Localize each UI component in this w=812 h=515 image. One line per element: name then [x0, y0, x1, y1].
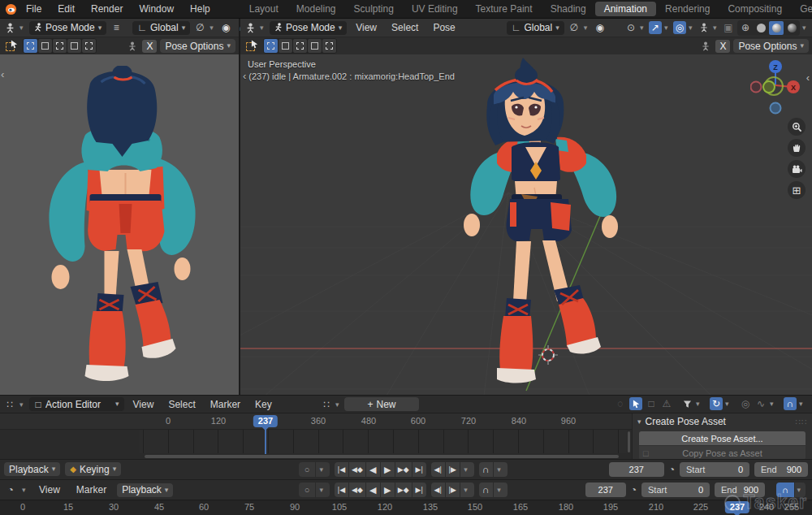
snap-mode-icon[interactable]: ↻	[710, 397, 723, 410]
menu-select[interactable]: Select	[386, 20, 424, 35]
proportional-edit-icon[interactable]: ∩	[784, 397, 797, 410]
select-invert-button[interactable]	[308, 39, 322, 53]
action-browse-icon[interactable]: ∷	[320, 398, 333, 411]
tab-geometry-nodes[interactable]: Geometry Nodes	[791, 2, 812, 16]
current-frame-field[interactable]: 237	[585, 483, 626, 497]
snap-caret[interactable]: ▾	[584, 24, 590, 32]
handle-type-caret[interactable]: ▾	[770, 400, 776, 408]
auto-keying-button[interactable]: ○	[299, 462, 315, 477]
snap-mode-caret[interactable]: ▾	[725, 400, 732, 408]
tab-rendering[interactable]: Rendering	[656, 2, 719, 16]
horizontal-scrollbar[interactable]	[145, 455, 619, 458]
dopesheet-editor-icon[interactable]: ∷	[3, 398, 16, 411]
gizmo-z-neg-axis[interactable]	[771, 103, 781, 114]
viewport-right-canvas[interactable]: User Perspective ‹ (237) idle | Armature…	[240, 54, 812, 395]
orientation-dropdown[interactable]: ∟ Global ▾	[507, 21, 564, 35]
tweak-tool-button[interactable]	[3, 38, 19, 54]
tab-animation[interactable]: Animation	[595, 2, 656, 16]
pose-visibility-caret[interactable]: ▾	[713, 24, 719, 32]
timeline-editor-icon[interactable]: ◔	[4, 483, 17, 496]
gizmos-icon[interactable]: ↗	[649, 21, 662, 34]
select-extend-button[interactable]	[279, 39, 292, 53]
tab-shading[interactable]: Shading	[542, 2, 595, 16]
next-frame-button[interactable]: |▶	[446, 462, 460, 477]
shading-caret[interactable]: ▾	[802, 24, 809, 32]
loop-icon[interactable]: ∩	[479, 462, 493, 477]
jump-to-end-button[interactable]: ▶|	[412, 462, 426, 477]
active-object-name[interactable]: X	[142, 40, 157, 53]
menu-file[interactable]: File	[19, 2, 49, 16]
select-extend-button[interactable]	[38, 39, 52, 53]
previous-keyframe-button[interactable]: ◀◆	[349, 462, 365, 477]
jump-to-end-button[interactable]: ▶|	[412, 483, 426, 497]
current-frame-badge[interactable]: 237	[253, 415, 278, 427]
select-intersect-button[interactable]	[82, 39, 96, 53]
timeline-ruler[interactable]: 0 15 30 45 60 75 90 105 120 135 150 165 …	[0, 500, 812, 515]
visibility-icon[interactable]: ⊙	[624, 21, 637, 34]
character-back-view[interactable]	[34, 66, 217, 391]
handle-type-icon[interactable]: ∿	[754, 397, 767, 410]
editor-type-caret[interactable]: ▾	[19, 24, 26, 32]
frame-start-field[interactable]: Start0	[680, 462, 749, 477]
tab-sculpting[interactable]: Sculpting	[345, 2, 403, 16]
ghost-icon[interactable]: ◌	[614, 397, 627, 410]
select-subtract-button[interactable]	[53, 39, 67, 53]
mode-dropdown[interactable]: Pose Mode ▾	[270, 21, 347, 35]
previous-keyframe-button[interactable]: ◀◆	[349, 483, 365, 497]
overlays-caret[interactable]: ▾	[689, 24, 695, 32]
jump-to-start-button[interactable]: |◀	[335, 462, 348, 477]
snap-caret[interactable]: ▾	[209, 24, 216, 32]
gizmo-y-axis[interactable]	[763, 81, 775, 93]
shading-rendered-button[interactable]	[784, 21, 799, 35]
tab-uv-editing[interactable]: UV Editing	[403, 2, 467, 16]
menu-view[interactable]: View	[33, 483, 66, 497]
editor-type-icon[interactable]	[244, 21, 257, 34]
gizmo-x-neg-axis[interactable]	[751, 82, 762, 93]
dopesheet-timeline[interactable]: 0 120 360 480 600 720 840 960 237	[0, 413, 632, 459]
frame-end-field[interactable]: End900	[715, 483, 765, 497]
play-button[interactable]: ▶	[381, 483, 395, 497]
orientation-dropdown[interactable]: ∟ Global ▾	[132, 21, 190, 35]
keyframe-grid[interactable]	[140, 430, 627, 453]
loop-caret[interactable]: ▾	[494, 462, 508, 477]
action-browse-caret[interactable]: ▾	[335, 400, 342, 409]
tab-layout[interactable]: Layout	[240, 2, 287, 16]
auto-keying-caret[interactable]: ▾	[316, 483, 330, 497]
xray-toggle-icon[interactable]: ▣	[722, 21, 735, 34]
filter-icon[interactable]	[680, 397, 693, 410]
play-reverse-button[interactable]: ◀	[366, 462, 380, 477]
editor-type-caret[interactable]: ▾	[260, 24, 266, 32]
menu-view[interactable]: View	[350, 20, 382, 35]
tab-texture-paint[interactable]: Texture Paint	[467, 2, 542, 16]
toolbar-collapse-chevron[interactable]: ‹	[1, 69, 4, 80]
timeline-snap-icon[interactable]: ∩	[776, 483, 794, 497]
only-selected-icon[interactable]	[629, 397, 642, 410]
play-reverse-button[interactable]: ◀	[366, 483, 380, 497]
menu-window[interactable]: Window	[132, 2, 181, 16]
playback-dropdown[interactable]: Playback ▾	[117, 483, 173, 497]
zoom-button[interactable]	[788, 118, 806, 136]
gizmo-z-axis[interactable]: Z	[769, 60, 782, 73]
proportional-falloff-icon[interactable]: ◉	[219, 21, 232, 34]
previous-frame-button[interactable]: ◀|	[431, 483, 445, 497]
show-errors-icon[interactable]: ⚠	[660, 397, 673, 410]
frame-start-field[interactable]: Start0	[641, 483, 710, 497]
current-frame-badge[interactable]: 237	[725, 501, 749, 513]
active-object-name[interactable]: X	[715, 40, 730, 53]
menu-help[interactable]: Help	[183, 2, 218, 16]
menu-render[interactable]: Render	[84, 2, 130, 16]
tweak-tool-button[interactable]	[244, 38, 260, 54]
shading-material-button[interactable]	[769, 21, 784, 35]
orthographic-toggle-button[interactable]: ⊞	[788, 181, 806, 199]
tab-modeling[interactable]: Modeling	[287, 2, 345, 16]
shading-solid-button[interactable]	[754, 21, 768, 35]
menu-pose[interactable]: Pose	[427, 20, 460, 35]
editor-type-icon[interactable]	[3, 21, 16, 34]
select-intersect-button[interactable]	[322, 39, 336, 53]
panel-grip-icon[interactable]: ∷∷	[795, 418, 807, 426]
tab-compositing[interactable]: Compositing	[719, 2, 791, 16]
shading-wireframe-button[interactable]: ⊕	[738, 21, 753, 35]
frame-ruler[interactable]: 0 120 360 480 600 720 840 960 237	[0, 413, 632, 430]
proportional-falloff-icon[interactable]: ◉	[594, 21, 607, 34]
proportional-edit-caret[interactable]: ▾	[799, 400, 806, 408]
